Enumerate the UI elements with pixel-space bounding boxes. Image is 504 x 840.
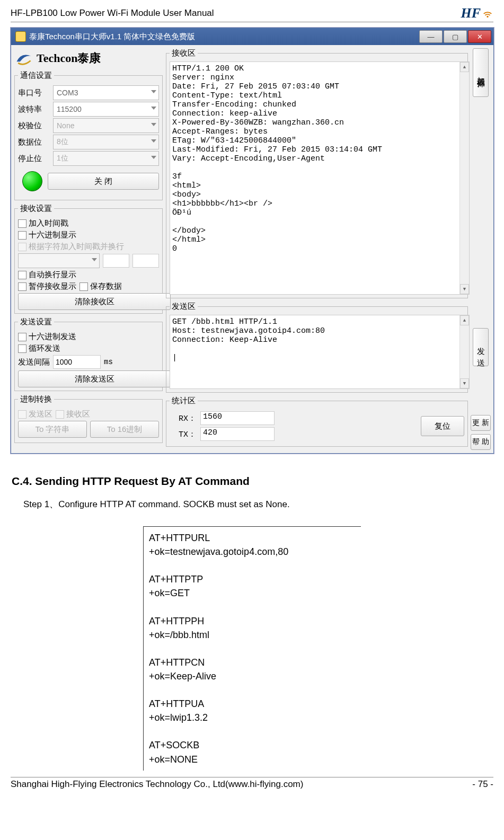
- send-textarea[interactable]: GET /bbb.html HTTP/1.1 Host: testnewjava…: [170, 315, 470, 389]
- send-area-legend: 发送区: [170, 302, 198, 312]
- checkbox-icon: [79, 282, 88, 291]
- chevron-down-icon: [151, 107, 156, 110]
- char-combo: [18, 253, 100, 268]
- at-command-terminal: AT+HTTPURL +ok=testnewjava.gotoip4.com,8…: [143, 526, 361, 771]
- checkbox-icon: [18, 410, 26, 419]
- recv-area-legend: 接收区: [170, 48, 198, 58]
- scrollbar[interactable]: ▲▼: [459, 315, 469, 388]
- header-title: HF-LPB100 Low Power Wi-Fi Module User Ma…: [11, 8, 214, 19]
- parity-value: None: [57, 121, 74, 130]
- clear-send-button[interactable]: 清除发送区: [18, 370, 171, 387]
- interval-label: 发送间隔: [18, 357, 50, 367]
- port-close-button[interactable]: 关 闭: [48, 173, 159, 190]
- app-icon: [15, 31, 26, 42]
- scroll-up-icon[interactable]: ▲: [460, 315, 469, 325]
- section-heading: C.4. Sending HTTP Request By AT Command: [12, 475, 493, 488]
- page-header: HF-LPB100 Low Power Wi-Fi Module User Ma…: [11, 5, 493, 22]
- send-settings-group: 发送设置 十六进制发送 循环发送 发送间隔ms 清除发送区: [14, 317, 163, 391]
- footer-left: Shanghai High-Flying Electronics Technol…: [11, 779, 303, 790]
- help-button[interactable]: 帮 助: [471, 434, 491, 450]
- techcon-logo-icon: [14, 51, 33, 66]
- scroll-down-icon[interactable]: ▼: [460, 284, 469, 294]
- tx-label: TX：: [170, 429, 196, 439]
- svg-point-0: [487, 16, 488, 17]
- stopbits-value: 1位: [57, 154, 68, 163]
- wifi-icon: [482, 7, 493, 19]
- rx-label: RX：: [170, 413, 196, 423]
- send-text: GET /bbb.html HTTP/1.1 Host: testnewjava…: [172, 317, 325, 362]
- chevron-down-icon: [151, 90, 156, 93]
- logo-area: Techcon泰康: [14, 48, 163, 70]
- maximize-button[interactable]: ▢: [444, 30, 467, 43]
- baud-value: 115200: [57, 105, 82, 113]
- scroll-up-icon[interactable]: ▲: [460, 62, 469, 72]
- window-title: 泰康Techcon串口大师v1.1 简体中文绿色免费版: [29, 32, 195, 42]
- chevron-down-icon: [151, 156, 156, 159]
- load-plugin-button[interactable]: 加载插件: [473, 48, 489, 97]
- chk-save[interactable]: 保存数据: [79, 281, 122, 291]
- chevron-down-icon: [151, 139, 156, 143]
- checkbox-icon: [18, 333, 26, 341]
- send-legend: 发送设置: [18, 317, 54, 327]
- reset-button[interactable]: 复位: [421, 416, 464, 436]
- scrollbar[interactable]: ▲▼: [459, 62, 469, 294]
- char-input-2: [132, 254, 159, 268]
- checkbox-icon: [18, 231, 26, 240]
- send-button[interactable]: 发 送: [473, 328, 489, 366]
- port-combo[interactable]: COM3: [53, 85, 159, 100]
- checkbox-icon: [56, 410, 64, 419]
- recv-textarea[interactable]: HTTP/1.1 200 OK Server: nginx Date: Fri,…: [170, 61, 470, 295]
- chk-timestamp-newline: 根据字符加入时间戳并换行: [18, 242, 159, 252]
- tx-value: 420: [200, 427, 275, 441]
- to-string-button: To 字符串: [18, 421, 87, 438]
- update-button[interactable]: 更 新: [471, 415, 491, 431]
- parity-label: 校验位: [18, 121, 50, 131]
- app-window: 泰康Techcon串口大师v1.1 简体中文绿色免费版 — ▢ ✕ Techco…: [11, 28, 494, 454]
- recv-text: HTTP/1.1 200 OK Server: nginx Date: Fri,…: [172, 64, 382, 253]
- page-footer: Shanghai High-Flying Electronics Technol…: [11, 777, 493, 790]
- stopbits-combo: 1位: [53, 151, 159, 166]
- baud-combo[interactable]: 115200: [53, 102, 159, 117]
- recv-area-group: 接收区 HTTP/1.1 200 OK Server: nginx Date: …: [166, 48, 468, 298]
- databits-combo: 8位: [53, 135, 159, 149]
- checkbox-icon: [18, 282, 26, 291]
- databits-label: 数据位: [18, 137, 50, 147]
- chevron-down-icon: [92, 258, 97, 261]
- convert-legend: 进制转换: [18, 394, 54, 404]
- stopbits-label: 停止位: [18, 154, 50, 164]
- brand-logo: HF: [461, 5, 493, 21]
- parity-combo: None: [53, 118, 159, 133]
- chk-conv-send: 发送区: [18, 409, 52, 419]
- convert-group: 进制转换 发送区 接收区 To 字符串 To 16进制: [14, 394, 163, 443]
- to-hex-button: To 16进制: [90, 421, 159, 438]
- chk-hex-send[interactable]: 十六进制发送: [18, 332, 159, 342]
- char-input-1: [103, 254, 129, 268]
- scroll-down-icon[interactable]: ▼: [460, 378, 469, 388]
- stats-group: 统计区 RX：1560 TX：420 复位: [166, 396, 468, 447]
- baud-label: 波特率: [18, 104, 50, 114]
- chk-timestamp[interactable]: 加入时间戳: [18, 218, 159, 228]
- comm-legend: 通信设置: [18, 70, 54, 81]
- interval-unit: ms: [104, 358, 113, 366]
- interval-input[interactable]: [53, 355, 101, 369]
- recv-settings-group: 接收设置 加入时间戳 十六进制显示 根据字符加入时间戳并换行 自动换行显示 暂停…: [14, 204, 163, 314]
- checkbox-icon: [18, 344, 26, 353]
- checkbox-icon: [18, 219, 26, 228]
- comm-settings-group: 通信设置 串口号COM3 波特率115200 校验位None 数据位8位 停止位…: [14, 70, 163, 200]
- status-led-icon: [22, 171, 42, 191]
- rx-value: 1560: [200, 411, 275, 425]
- checkbox-icon: [18, 271, 26, 279]
- chk-loop[interactable]: 循环发送: [18, 343, 159, 353]
- checkbox-icon: [18, 243, 26, 251]
- port-label: 串口号: [18, 88, 50, 98]
- techcon-logo-text: Techcon泰康: [37, 50, 101, 66]
- footer-right: - 75 -: [472, 779, 493, 790]
- chk-conv-recv: 接收区: [56, 409, 90, 419]
- clear-recv-button[interactable]: 清除接收区: [18, 293, 171, 310]
- minimize-button[interactable]: —: [419, 30, 443, 43]
- close-button[interactable]: ✕: [468, 30, 491, 43]
- chk-hex-show[interactable]: 十六进制显示: [18, 230, 159, 240]
- chk-pause[interactable]: 暂停接收显示: [18, 281, 76, 291]
- port-value: COM3: [57, 89, 78, 97]
- chk-autowrap[interactable]: 自动换行显示: [18, 270, 159, 280]
